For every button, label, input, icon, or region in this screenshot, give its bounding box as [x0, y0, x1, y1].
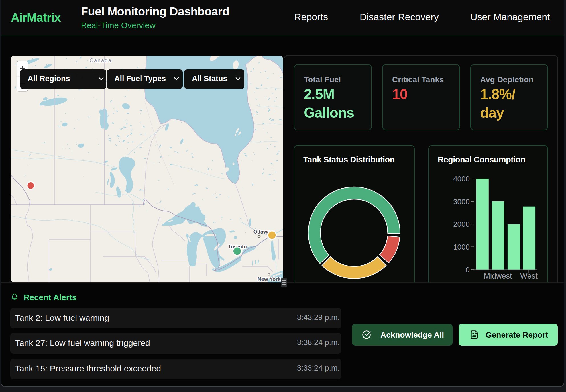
svg-text:1000: 1000: [453, 243, 470, 251]
svg-text:0: 0: [466, 266, 470, 274]
svg-text:West: West: [520, 272, 538, 280]
svg-text:3000: 3000: [453, 197, 470, 206]
svg-text:Canada: Canada: [89, 58, 112, 63]
svg-text:New York: New York: [258, 276, 281, 282]
svg-text:Midwest: Midwest: [484, 272, 512, 280]
svg-text:4000: 4000: [453, 175, 470, 183]
svg-text:2000: 2000: [453, 220, 470, 228]
